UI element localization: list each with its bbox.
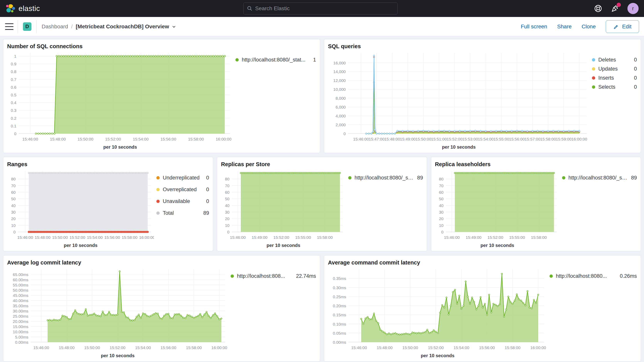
panel-replicas-per-store: Replicas per Store 0102030405060708015:4…	[217, 157, 427, 251]
panel-title: Replicas per Store	[221, 160, 423, 168]
legend-item[interactable]: Deletes0	[592, 57, 637, 63]
search-icon	[247, 6, 252, 11]
svg-text:80: 80	[439, 177, 443, 181]
legend-label: http://localhost:8080...	[556, 273, 616, 279]
legend-item[interactable]: Underreplicated0	[156, 175, 209, 181]
legend-item[interactable]: http://localhost:808...22.74ms	[230, 273, 316, 279]
sql-connections-chart[interactable]: 00.10.20.30.40.50.60.70.80.9115:46:0015:…	[7, 50, 233, 143]
legend-value: 22.74ms	[296, 273, 316, 279]
svg-text:15:48:00: 15:48:00	[377, 346, 392, 350]
svg-text:15:50:00: 15:50:00	[84, 346, 100, 350]
svg-text:8,000: 8,000	[336, 96, 346, 100]
svg-text:16:00:00: 16:00:00	[571, 137, 587, 141]
svg-text:15:57:00: 15:57:00	[525, 137, 540, 141]
elastic-logo[interactable]: elastic	[6, 4, 40, 14]
replicas-per-store-chart[interactable]: 0102030405060708015:46:0015:49:0015:52:0…	[221, 168, 346, 241]
legend-label: Deletes	[598, 57, 630, 63]
svg-text:0: 0	[13, 230, 16, 234]
svg-text:16:00:00: 16:00:00	[216, 137, 232, 141]
legend-item[interactable]: Selects0	[592, 84, 637, 90]
full-screen-button[interactable]: Full screen	[521, 24, 547, 30]
legend-item[interactable]: Inserts0	[592, 75, 637, 81]
svg-text:45.00ms: 45.00ms	[13, 293, 28, 298]
svg-text:15.00ms: 15.00ms	[13, 324, 28, 329]
menu-button[interactable]	[5, 23, 14, 30]
legend-dot	[592, 67, 595, 70]
x-axis-title: per 10 seconds	[328, 352, 547, 360]
search-input[interactable]	[255, 6, 394, 12]
svg-text:15:50:00: 15:50:00	[402, 346, 418, 350]
legend-item[interactable]: http://localhost:8080/_sta...89	[562, 175, 637, 181]
legend-label: Overreplicated	[163, 186, 202, 192]
svg-text:5.00ms: 5.00ms	[15, 335, 28, 339]
legend-item[interactable]: http://localhost:8080...0.26ms	[550, 273, 637, 279]
svg-text:15:58:00: 15:58:00	[504, 346, 520, 350]
svg-text:40: 40	[11, 203, 16, 208]
legend-value: 89	[203, 210, 209, 216]
chart-legend: http://localhost:8080/_sta...89	[560, 168, 637, 250]
x-axis-title: per 10 seconds	[328, 143, 590, 151]
breadcrumb-dashboard-link[interactable]: Dashboard	[42, 24, 68, 30]
help-button[interactable]	[594, 4, 603, 13]
svg-text:15:58:00: 15:58:00	[540, 137, 556, 141]
svg-text:15:48:00: 15:48:00	[59, 346, 74, 350]
svg-text:16,000: 16,000	[334, 61, 346, 65]
ranges-chart[interactable]: 0102030405060708015:46:0015:48:0015:50:0…	[7, 168, 154, 241]
log-commit-latency-chart[interactable]: 0.00ms5.00ms10.00ms15.00ms20.00ms25.00ms…	[7, 266, 228, 352]
panel-title: Ranges	[7, 160, 209, 168]
page-title[interactable]: [Metricbeat CockroachDB] Overview	[76, 24, 176, 30]
legend-dot	[156, 188, 160, 191]
svg-text:15:47:00: 15:47:00	[369, 137, 384, 141]
panel-title: Number of SQL connections	[7, 42, 316, 50]
legend-item[interactable]: Overreplicated0	[156, 186, 209, 192]
svg-text:60: 60	[11, 190, 16, 194]
svg-text:15:49:00: 15:49:00	[466, 235, 482, 240]
svg-text:30.00ms: 30.00ms	[13, 309, 28, 313]
panel-average-command-commit-latency: Average command commit latency 0.00ms0.0…	[324, 255, 641, 362]
svg-text:15:48:00: 15:48:00	[50, 137, 66, 141]
edit-button-label: Edit	[622, 24, 632, 30]
news-feed-button[interactable]	[610, 4, 620, 13]
svg-text:15:56:00: 15:56:00	[160, 346, 176, 350]
svg-text:50: 50	[225, 196, 230, 201]
legend-dot	[592, 86, 595, 89]
svg-text:15:52:00: 15:52:00	[105, 137, 121, 141]
replica-leaseholders-chart[interactable]: 0102030405060708015:46:0015:49:0015:52:0…	[435, 168, 560, 241]
svg-text:15:56:00: 15:56:00	[479, 346, 495, 350]
clone-button[interactable]: Clone	[582, 24, 596, 30]
svg-text:15:58:00: 15:58:00	[531, 235, 547, 240]
svg-text:10: 10	[225, 223, 230, 228]
edit-button[interactable]: Edit	[606, 20, 639, 33]
svg-text:1: 1	[14, 54, 16, 58]
legend-item[interactable]: http://localhost:8080/_stat...1	[236, 57, 316, 63]
legend-value: 0	[634, 84, 637, 90]
svg-text:15:52:00: 15:52:00	[110, 346, 126, 350]
svg-text:15:53:00: 15:53:00	[462, 137, 478, 141]
svg-text:0.30ms: 0.30ms	[333, 286, 346, 290]
svg-text:15:46:00: 15:46:00	[230, 235, 246, 240]
legend-value: 0	[206, 186, 209, 192]
legend-label: http://localhost:8080/_stat...	[242, 57, 309, 63]
sql-queries-chart[interactable]: 02,0004,0006,0008,00010,00012,00014,0001…	[328, 50, 590, 143]
share-button[interactable]: Share	[557, 24, 572, 30]
command-commit-latency-chart[interactable]: 0.00ms0.05ms0.10ms0.15ms0.20ms0.25ms0.30…	[328, 266, 547, 352]
legend-item[interactable]: http://localhost:8080/_sta...89	[348, 175, 423, 181]
x-axis-title: per 10 seconds	[7, 241, 154, 250]
chart-legend: Underreplicated0Overreplicated0Unavailab…	[154, 168, 209, 250]
global-search-box[interactable]	[243, 2, 398, 14]
legend-item[interactable]: Unavailable0	[156, 198, 209, 204]
legend-item[interactable]: Total89	[156, 210, 209, 216]
svg-text:15:46:00: 15:46:00	[351, 346, 367, 350]
svg-text:15:48:00: 15:48:00	[35, 235, 50, 240]
svg-text:60.00ms: 60.00ms	[13, 278, 28, 282]
user-avatar[interactable]: r	[628, 3, 638, 14]
legend-dot	[156, 200, 160, 203]
chart-legend: http://localhost:8080...0.26ms	[547, 266, 637, 360]
legend-label: http://localhost:808...	[237, 273, 292, 279]
svg-text:0.15ms: 0.15ms	[333, 313, 346, 317]
pencil-icon	[613, 24, 619, 30]
dashboard-app-badge[interactable]: D	[23, 22, 32, 31]
legend-item[interactable]: Updates0	[592, 66, 637, 72]
svg-text:15:52:00: 15:52:00	[488, 235, 503, 240]
svg-text:40: 40	[439, 203, 443, 208]
